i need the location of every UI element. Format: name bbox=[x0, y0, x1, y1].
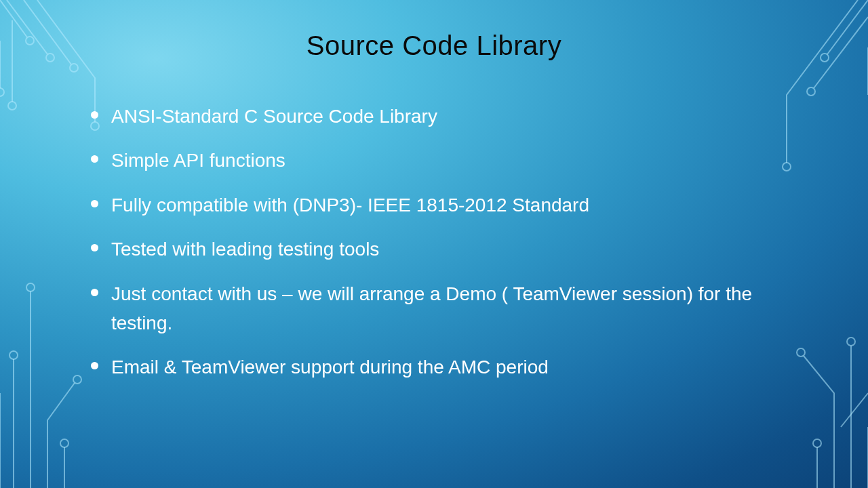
svg-point-9 bbox=[9, 351, 18, 359]
slide-content: ANSI-Standard C Source Code Library Simp… bbox=[88, 102, 780, 397]
svg-point-8 bbox=[783, 163, 791, 171]
svg-point-5 bbox=[8, 102, 16, 110]
svg-point-12 bbox=[60, 439, 68, 447]
bullet-item: Tested with leading testing tools bbox=[88, 235, 780, 264]
svg-point-11 bbox=[73, 375, 81, 384]
bullet-item: Simple API functions bbox=[88, 146, 780, 175]
svg-point-4 bbox=[0, 88, 4, 96]
bullet-item: ANSI-Standard C Source Code Library bbox=[88, 102, 780, 131]
bullet-list: ANSI-Standard C Source Code Library Simp… bbox=[88, 102, 780, 382]
slide: Source Code Library ANSI-Standard C Sour… bbox=[0, 0, 868, 488]
circuit-decoration-bottom-right bbox=[766, 258, 868, 488]
slide-title: Source Code Library bbox=[0, 30, 868, 61]
bullet-item: Email & TeamViewer support during the AM… bbox=[88, 352, 780, 382]
svg-point-2 bbox=[70, 64, 78, 72]
svg-point-13 bbox=[847, 338, 855, 346]
svg-point-10 bbox=[26, 283, 35, 291]
svg-point-7 bbox=[807, 87, 815, 96]
svg-point-14 bbox=[797, 348, 805, 357]
bullet-item: Fully compatible with (DNP3)- IEEE 1815-… bbox=[88, 190, 780, 220]
bullet-item: Just contact with us – we will arrange a… bbox=[88, 279, 780, 338]
svg-point-15 bbox=[813, 439, 821, 447]
